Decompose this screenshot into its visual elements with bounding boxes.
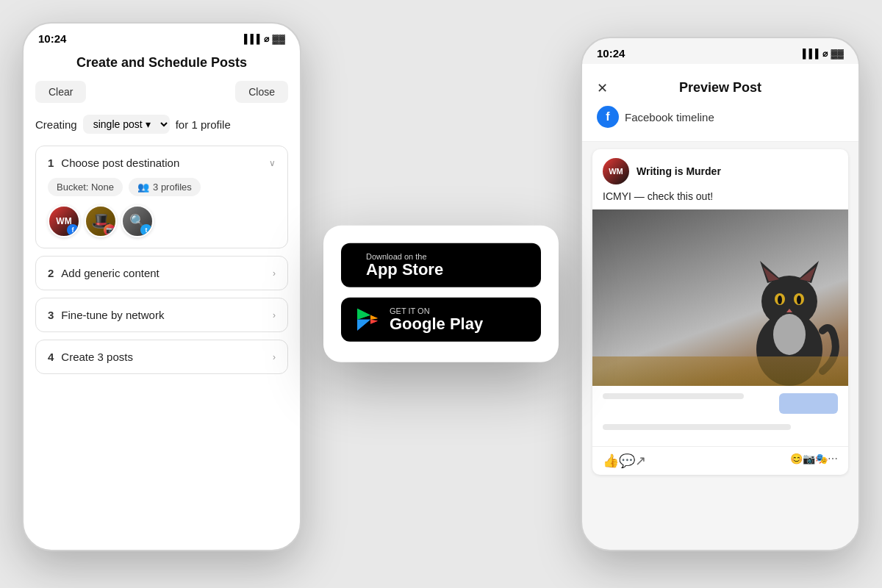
post-user-avatar: WM bbox=[603, 158, 629, 184]
close-button[interactable]: Close bbox=[235, 81, 288, 103]
step-1-chevron: ∨ bbox=[269, 158, 276, 168]
clear-button[interactable]: Clear bbox=[35, 81, 86, 103]
network-name: Facebook timeline bbox=[625, 111, 714, 123]
step-1-header: 1 Choose post destination ∨ bbox=[48, 157, 276, 169]
left-phone-content: Create and Schedule Posts Clear Close Cr… bbox=[24, 49, 300, 374]
step-4-header: 4 Create 3 posts › bbox=[48, 351, 276, 363]
step-1-label: Choose post destination bbox=[61, 157, 179, 169]
googleplay-label-small: GET IT ON bbox=[390, 306, 483, 315]
preview-title: Preview Post bbox=[679, 80, 761, 96]
step-4-chevron: › bbox=[273, 352, 276, 362]
camera-icon[interactable]: 📷 bbox=[803, 453, 815, 469]
creating-row: Creating single post ▾ for 1 profile bbox=[35, 115, 288, 134]
step-3-card[interactable]: 3 Fine-tune by network › bbox=[35, 298, 288, 332]
left-time: 10:24 bbox=[38, 32, 66, 45]
profiles-icon: 👥 bbox=[137, 182, 149, 193]
fb-badge: f bbox=[67, 224, 79, 236]
post-user-row: WM Writing is Murder bbox=[592, 149, 848, 190]
r-wifi-icon: ⌀ bbox=[822, 49, 828, 59]
step-1-tags: Bucket: None 👥 3 profiles bbox=[48, 178, 276, 196]
post-text: ICMYI — check this out! bbox=[592, 190, 848, 209]
step-4-label: Create 3 posts bbox=[61, 351, 133, 363]
google-play-icon bbox=[356, 308, 379, 331]
right-time: 10:24 bbox=[597, 47, 625, 60]
step-2-chevron: › bbox=[273, 268, 276, 279]
r-battery-icon: ▓▓ bbox=[831, 49, 845, 59]
step-1-num: 1 bbox=[48, 157, 54, 169]
battery-icon: ▓▓ bbox=[273, 34, 286, 44]
post-username: Writing is Murder bbox=[637, 165, 721, 177]
svg-point-8 bbox=[778, 295, 782, 304]
step-4-num: 4 bbox=[48, 351, 54, 363]
svg-point-11 bbox=[773, 314, 806, 355]
more-icon[interactable]: ⋯ bbox=[828, 453, 838, 469]
googleplay-label-big: Google Play bbox=[390, 315, 483, 333]
left-status-icons: ▐▐▐ ⌀ ▓▓ bbox=[241, 34, 285, 44]
action-buttons-row: Clear Close bbox=[35, 81, 288, 103]
left-status-bar: 10:24 ▐▐▐ ⌀ ▓▓ bbox=[24, 24, 300, 49]
post-type-select[interactable]: single post ▾ bbox=[83, 115, 170, 134]
appstore-text: Download on the App Store bbox=[366, 252, 443, 279]
left-phone: 10:24 ▐▐▐ ⌀ ▓▓ Create and Schedule Posts… bbox=[22, 22, 301, 551]
post-reaction-row[interactable]: 👍 💬 ↗ 😊 📷 🎭 ⋯ bbox=[592, 446, 848, 475]
for-label: for 1 profile bbox=[176, 118, 231, 131]
right-status-icons: ▐▐▐ ⌀ ▓▓ bbox=[800, 49, 844, 59]
ig-badge: 📷 bbox=[104, 224, 115, 236]
step-3-header: 3 Fine-tune by network › bbox=[48, 309, 276, 321]
preview-header: ✕ Preview Post f Facebook timeline bbox=[582, 64, 858, 142]
preview-title-row: ✕ Preview Post bbox=[597, 73, 844, 100]
skeleton-2 bbox=[603, 424, 791, 430]
googleplay-button[interactable]: GET IT ON Google Play bbox=[341, 298, 541, 342]
step-1-card[interactable]: 1 Choose post destination ∨ Bucket: None… bbox=[35, 146, 288, 248]
post-actions-bar bbox=[592, 386, 848, 443]
preview-network-row: f Facebook timeline bbox=[597, 100, 844, 131]
comment-icon[interactable]: 💬 bbox=[619, 453, 635, 469]
googleplay-text: GET IT ON Google Play bbox=[390, 306, 483, 333]
sticker-icon[interactable]: 🎭 bbox=[815, 453, 828, 469]
preview-close-button[interactable]: ✕ bbox=[597, 80, 608, 96]
download-card: Download on the App Store GET IT ON Goog… bbox=[323, 226, 559, 362]
appstore-label-small: Download on the bbox=[366, 252, 443, 261]
step-3-label: Fine-tune by network bbox=[61, 309, 164, 321]
signal-icon: ▐▐▐ bbox=[241, 34, 260, 44]
screen-title: Create and Schedule Posts bbox=[35, 49, 288, 81]
post-image bbox=[592, 209, 848, 386]
avatar-wm: WM f bbox=[48, 205, 80, 237]
avatars-row: WM f 🎩 📷 🔍 t bbox=[48, 205, 276, 237]
step-2-header: 2 Add generic content › bbox=[48, 267, 276, 279]
skeleton-1 bbox=[603, 393, 744, 399]
step-2-card[interactable]: 2 Add generic content › bbox=[35, 256, 288, 290]
step-4-card[interactable]: 4 Create 3 posts › bbox=[35, 340, 288, 374]
svg-point-9 bbox=[797, 295, 801, 304]
wifi-icon: ⌀ bbox=[264, 34, 269, 44]
emoji-icon[interactable]: 😊 bbox=[790, 453, 803, 469]
r-signal-icon: ▐▐▐ bbox=[800, 49, 819, 59]
share-icon[interactable]: ↗ bbox=[635, 453, 646, 469]
preview-post-card: WM Writing is Murder ICMYI — check this … bbox=[592, 149, 848, 475]
tw-badge: t bbox=[140, 224, 152, 236]
step-2-num: 2 bbox=[48, 267, 54, 279]
appstore-button[interactable]: Download on the App Store bbox=[341, 243, 541, 287]
facebook-icon: f bbox=[597, 106, 619, 128]
right-status-bar: 10:24 ▐▐▐ ⌀ ▓▓ bbox=[582, 38, 858, 64]
creating-label: Creating bbox=[35, 118, 77, 131]
step-3-chevron: › bbox=[273, 310, 276, 320]
bucket-tag[interactable]: Bucket: None bbox=[48, 178, 123, 196]
step-2-label: Add generic content bbox=[61, 267, 159, 279]
appstore-label-big: App Store bbox=[366, 261, 443, 279]
step-3-num: 3 bbox=[48, 309, 54, 321]
action-button-skeleton bbox=[779, 393, 838, 414]
avatar-hat: 🎩 📷 bbox=[85, 205, 117, 237]
profiles-tag: 👥 3 profiles bbox=[129, 178, 201, 196]
right-phone: 10:24 ▐▐▐ ⌀ ▓▓ ✕ Preview Post f Facebook… bbox=[581, 37, 860, 551]
avatar-fp: 🔍 t bbox=[121, 205, 154, 237]
like-icon[interactable]: 👍 bbox=[603, 453, 619, 469]
